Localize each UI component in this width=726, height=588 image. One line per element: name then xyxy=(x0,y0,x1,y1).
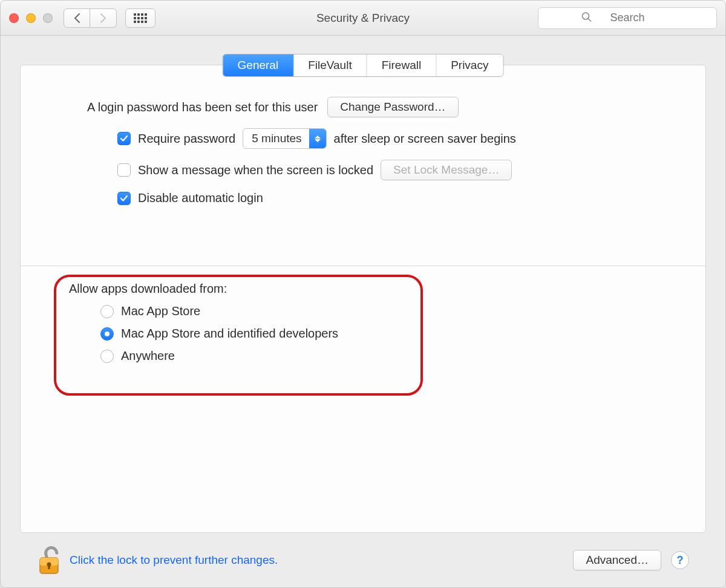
gatekeeper-radio-group: Mac App Store Mac App Store and identifi… xyxy=(100,304,663,363)
set-lock-message-button[interactable]: Set Lock Message… xyxy=(381,160,512,180)
require-password-checkbox[interactable] xyxy=(117,132,131,145)
radio-anywhere[interactable] xyxy=(100,350,114,363)
lock-text: Click the lock to prevent further change… xyxy=(70,554,278,567)
check-icon xyxy=(120,194,128,203)
help-button[interactable]: ? xyxy=(671,551,689,569)
change-password-button[interactable]: Change Password… xyxy=(327,97,458,117)
search-input[interactable] xyxy=(538,7,717,29)
svg-rect-5 xyxy=(48,564,50,569)
login-password-row: A login password has been set for this u… xyxy=(87,97,663,117)
radio-label-anywhere: Anywhere xyxy=(121,349,175,363)
check-icon xyxy=(120,134,128,143)
gatekeeper-section: Allow apps downloaded from: Mac App Stor… xyxy=(63,282,663,363)
search-field-wrap xyxy=(538,7,717,29)
tab-bar: General FileVault Firewall Privacy xyxy=(223,54,504,77)
close-window-button[interactable] xyxy=(9,13,19,23)
lock-button[interactable]: Click the lock to prevent further change… xyxy=(37,544,278,576)
login-password-label: A login password has been set for this u… xyxy=(87,100,318,114)
section-divider xyxy=(21,266,705,266)
titlebar: Security & Privacy xyxy=(1,1,725,36)
show-message-checkbox[interactable] xyxy=(117,163,131,177)
chevron-left-icon xyxy=(74,13,80,23)
advanced-button[interactable]: Advanced… xyxy=(573,550,661,570)
zoom-window-button[interactable] xyxy=(43,13,53,23)
show-all-button[interactable] xyxy=(125,8,155,28)
tab-firewall[interactable]: Firewall xyxy=(367,54,436,76)
grid-icon xyxy=(134,13,147,23)
back-button[interactable] xyxy=(64,8,90,28)
minimize-window-button[interactable] xyxy=(26,13,36,23)
require-password-delay-select[interactable]: 5 minutes xyxy=(243,128,326,149)
nav-buttons xyxy=(64,8,117,28)
select-arrows-icon xyxy=(309,129,326,148)
show-message-row: Show a message when the screen is locked… xyxy=(117,160,663,180)
footer: Click the lock to prevent further change… xyxy=(20,533,706,587)
radio-identified-developers[interactable] xyxy=(100,327,114,341)
settings-panel: General FileVault Firewall Privacy A log… xyxy=(20,65,706,533)
radio-row-anywhere: Anywhere xyxy=(100,349,663,363)
tab-privacy[interactable]: Privacy xyxy=(436,54,503,76)
disable-auto-login-label: Disable automatic login xyxy=(138,191,263,205)
radio-row-identified: Mac App Store and identified developers xyxy=(100,327,663,341)
content-area: General FileVault Firewall Privacy A log… xyxy=(1,36,725,587)
traffic-lights xyxy=(9,13,53,23)
radio-row-appstore: Mac App Store xyxy=(100,304,663,318)
show-message-label: Show a message when the screen is locked xyxy=(138,163,373,177)
gatekeeper-title: Allow apps downloaded from: xyxy=(69,282,663,296)
delay-value: 5 minutes xyxy=(252,132,301,145)
unlocked-lock-icon xyxy=(37,544,61,576)
require-password-label: Require password xyxy=(138,132,235,146)
radio-mac-app-store[interactable] xyxy=(100,305,114,318)
preferences-window: Security & Privacy General FileVault Fir… xyxy=(0,0,726,588)
forward-button[interactable] xyxy=(90,8,117,28)
disable-auto-login-checkbox[interactable] xyxy=(117,192,131,205)
chevron-right-icon xyxy=(100,13,106,23)
tab-general[interactable]: General xyxy=(223,54,294,76)
require-password-row: Require password 5 minutes after sleep o… xyxy=(117,128,663,149)
radio-label-appstore: Mac App Store xyxy=(121,304,200,318)
radio-label-identified: Mac App Store and identified developers xyxy=(121,327,338,341)
tab-filevault[interactable]: FileVault xyxy=(293,54,367,76)
disable-auto-login-row: Disable automatic login xyxy=(117,191,663,205)
after-sleep-label: after sleep or screen saver begins xyxy=(334,132,516,146)
window-title: Security & Privacy xyxy=(316,11,410,25)
